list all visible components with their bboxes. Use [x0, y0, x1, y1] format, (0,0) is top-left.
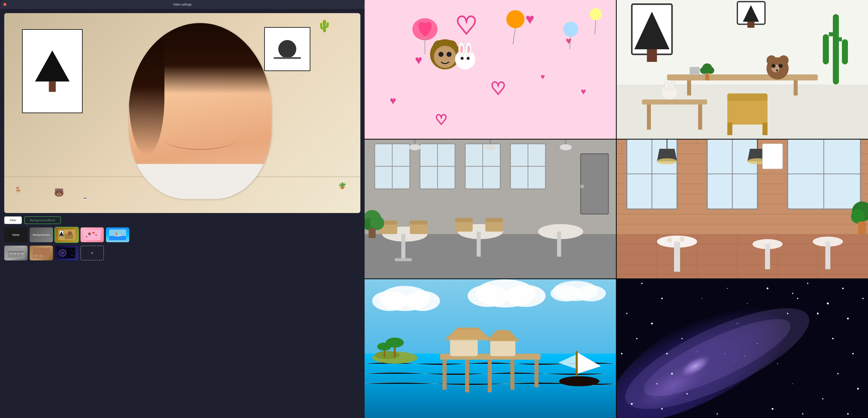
svg-rect-122	[727, 123, 733, 135]
svg-rect-24	[13, 253, 16, 255]
svg-point-158	[370, 216, 384, 230]
svg-point-291	[716, 413, 718, 415]
svg-point-295	[702, 298, 703, 299]
svg-point-275	[626, 313, 627, 314]
svg-point-116	[671, 81, 675, 91]
preview-galaxy-night[interactable]	[617, 279, 868, 418]
svg-rect-109	[690, 67, 700, 75]
svg-rect-212	[674, 242, 680, 272]
svg-point-296	[727, 288, 728, 289]
svg-point-228	[468, 285, 508, 307]
svg-point-165	[560, 144, 571, 150]
decor-bear: 🐻	[54, 188, 64, 197]
thumb-cafe-grey[interactable]	[4, 246, 28, 260]
svg-point-273	[641, 283, 642, 284]
svg-point-46	[74, 256, 74, 256]
thumb-background-blur[interactable]: Background blur	[30, 228, 53, 242]
svg-point-63	[434, 46, 456, 68]
svg-text:❤: ❤	[86, 236, 87, 238]
shirt	[129, 164, 271, 199]
svg-rect-11	[84, 230, 101, 240]
svg-point-271	[822, 398, 824, 399]
filter-tab[interactable]: Filter	[4, 216, 22, 224]
svg-rect-149	[477, 232, 481, 257]
svg-point-163	[484, 144, 496, 150]
preview-cafe-grey[interactable]	[365, 140, 616, 278]
thumb-add-custom[interactable]: +	[81, 246, 104, 260]
person-preview	[129, 23, 271, 199]
thumb-pink-hearts[interactable]: 🐻 ❤️ ❤ ❤	[81, 228, 104, 242]
svg-point-301	[792, 383, 793, 384]
svg-point-283	[797, 298, 798, 299]
close-button[interactable]	[3, 3, 6, 6]
thumb-cartoon-bear[interactable]: ✓	[55, 228, 79, 242]
svg-point-115	[664, 81, 669, 91]
svg-rect-217	[858, 221, 866, 234]
svg-rect-238	[510, 360, 515, 390]
video-preview-area: 🌵 🐻 🪑 ☕ 🪴	[4, 13, 361, 213]
svg-rect-222	[763, 144, 783, 169]
thumb-check-icon: ✓	[75, 237, 78, 241]
svg-rect-240	[450, 339, 477, 356]
svg-point-250	[375, 351, 400, 359]
svg-text:♥: ♥	[540, 73, 545, 81]
tabs-row: Filter Background effects	[4, 216, 361, 224]
svg-point-276	[651, 323, 653, 324]
background-previews-grid: ♡ ♥ ♥ ♥ ♡ ♥ ♥ ♥ ♡	[365, 0, 868, 418]
thumb-galaxy[interactable]	[55, 246, 79, 260]
svg-rect-1	[49, 81, 56, 92]
svg-text:♥: ♥	[390, 95, 396, 107]
svg-rect-239	[534, 360, 538, 387]
svg-rect-25	[17, 253, 20, 255]
svg-point-267	[792, 293, 793, 294]
decor-plant: 🪴	[338, 182, 346, 189]
svg-point-72	[467, 45, 470, 53]
title-bar: Video settings	[0, 0, 365, 9]
svg-point-265	[832, 338, 834, 339]
svg-rect-138	[581, 154, 608, 214]
svg-rect-97	[842, 39, 848, 65]
svg-point-293	[772, 408, 774, 410]
svg-point-42	[71, 250, 71, 250]
svg-text:♡: ♡	[455, 12, 478, 40]
svg-rect-221	[825, 242, 830, 269]
background-effects-tab[interactable]: Background effects	[24, 216, 61, 224]
svg-rect-159	[369, 228, 376, 238]
thumb-none[interactable]: None	[4, 228, 28, 242]
svg-point-299	[757, 343, 758, 344]
svg-point-213	[667, 238, 672, 243]
thumb-cafe-brick[interactable]	[30, 246, 53, 260]
svg-rect-99	[667, 74, 818, 80]
svg-rect-94	[833, 14, 839, 84]
svg-rect-90	[647, 49, 657, 62]
svg-point-2	[278, 40, 297, 58]
svg-point-75	[506, 10, 524, 28]
svg-rect-123	[763, 123, 768, 135]
svg-point-44	[72, 255, 72, 255]
window-body: 🌵 🐻 🪑 ☕ 🪴	[0, 9, 365, 418]
svg-point-112	[707, 67, 714, 74]
svg-text:♥: ♥	[581, 86, 586, 97]
svg-rect-95	[823, 34, 829, 64]
svg-point-41	[61, 251, 64, 255]
svg-rect-142	[401, 234, 405, 259]
svg-rect-155	[557, 232, 561, 257]
svg-rect-121	[727, 94, 768, 101]
svg-point-47	[66, 249, 67, 250]
video-settings-window: Video settings	[0, 0, 365, 418]
preview-pink-cartoon[interactable]: ♡ ♥ ♥ ♥ ♡ ♥ ♥ ♥ ♡	[365, 0, 616, 139]
svg-text:⛵: ⛵	[115, 233, 118, 236]
svg-rect-26	[21, 253, 24, 255]
svg-marker-0	[35, 50, 69, 81]
svg-rect-235	[442, 360, 446, 390]
svg-point-43	[73, 252, 73, 252]
thumb-ocean[interactable]: ⛵	[106, 228, 129, 242]
svg-point-64	[438, 52, 443, 57]
svg-point-10	[70, 232, 72, 233]
preview-tropical-ocean[interactable]	[365, 279, 616, 418]
preview-cafe-brick[interactable]	[617, 140, 868, 278]
svg-point-260	[842, 288, 844, 289]
svg-point-107	[779, 64, 783, 68]
svg-text:❤: ❤	[95, 234, 97, 236]
preview-bear-room[interactable]	[617, 0, 868, 139]
